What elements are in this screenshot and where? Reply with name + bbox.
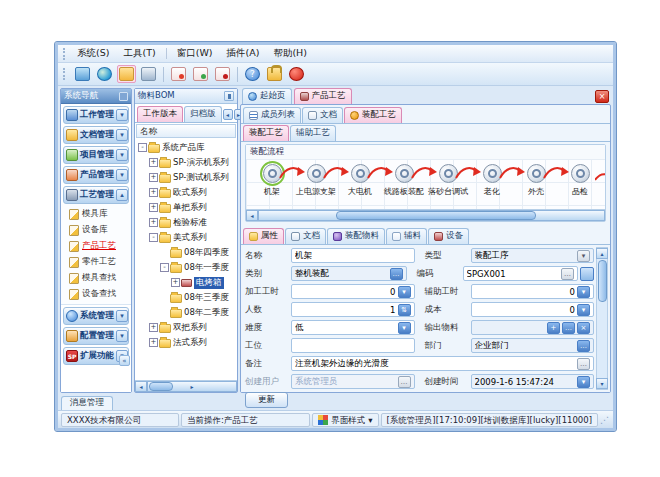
tree-node[interactable]: + 单把系列 xyxy=(135,200,237,215)
tree-expander-icon[interactable]: + xyxy=(149,218,158,227)
scrollbar-thumb[interactable] xyxy=(149,382,173,391)
station-field[interactable] xyxy=(291,338,415,353)
chevron-down-icon[interactable]: ▾ xyxy=(116,109,128,121)
exit-icon[interactable] xyxy=(289,67,304,81)
tree-expander-icon[interactable]: + xyxy=(149,323,158,332)
scroll-down-icon[interactable]: ▾ xyxy=(596,378,608,389)
message-panel-tab[interactable]: 消息管理 xyxy=(61,396,113,410)
dropdown-icon[interactable]: ▾ xyxy=(577,250,590,262)
lock-icon[interactable] xyxy=(267,67,282,81)
property-tab[interactable]: 装配物料 xyxy=(327,228,385,244)
tree-node[interactable]: + SP-演示机系列 xyxy=(135,155,237,170)
sidebar-group-active[interactable]: 工艺管理 ▴ xyxy=(63,186,129,204)
work-time-field[interactable]: 0▾ xyxy=(291,284,415,299)
tree-node[interactable]: 08年二季度 xyxy=(135,305,237,320)
sidebar-group[interactable]: 文档管理 ▾ xyxy=(63,126,129,144)
remark-button[interactable]: … xyxy=(577,358,590,370)
dropdown-icon[interactable]: ▾ xyxy=(398,322,411,334)
tree-node[interactable]: - 系统产品库 xyxy=(135,140,237,155)
tree-node[interactable]: 08年三季度 xyxy=(135,290,237,305)
sidebar-item[interactable]: 零件工艺 xyxy=(61,254,131,270)
menu-item[interactable]: 插件(A) xyxy=(219,46,266,61)
sidebar-item[interactable]: 设备查找 xyxy=(61,286,131,302)
doc-new-icon[interactable] xyxy=(171,67,186,81)
tree-expander-icon[interactable]: + xyxy=(149,173,158,182)
property-tab[interactable]: 属性 xyxy=(243,228,284,244)
cost-field[interactable]: 0▾ xyxy=(471,302,595,317)
update-button[interactable]: 更新 xyxy=(245,392,288,408)
menu-item[interactable]: 工具(T) xyxy=(116,46,162,61)
scroll-left-icon[interactable]: ◂ xyxy=(135,381,147,392)
aux-time-field[interactable]: 0▾ xyxy=(471,284,595,299)
sidebar-group[interactable]: 工作管理 ▾ xyxy=(63,106,129,124)
sidebar-item[interactable]: 产品工艺 xyxy=(61,238,131,254)
people-field[interactable]: 1⇅ xyxy=(291,302,415,317)
dropdown-icon[interactable]: ▾ xyxy=(577,286,590,298)
clear-icon[interactable]: × xyxy=(577,322,590,334)
chevron-down-icon[interactable]: ▾ xyxy=(116,310,128,322)
tree-column-header[interactable]: 名称 xyxy=(136,124,236,138)
report-icon[interactable] xyxy=(141,67,156,81)
browse-icon[interactable]: … xyxy=(390,268,403,280)
property-tab[interactable]: 辅料 xyxy=(386,228,427,244)
remark-field[interactable]: 注意机架外边缘的光滑度… xyxy=(291,356,594,371)
chevron-down-icon[interactable]: ▾ xyxy=(116,330,128,342)
tree-expander-icon[interactable]: + xyxy=(149,158,158,167)
tree-horizontal-scrollbar[interactable]: ◂ ▸ xyxy=(135,380,237,392)
scrollbar-thumb[interactable] xyxy=(598,260,607,302)
flow-horizontal-scrollbar[interactable]: ◂ ▸ xyxy=(246,209,605,221)
sidebar-group[interactable]: 产品管理 ▾ xyxy=(63,166,129,184)
sidebar-menu-icon[interactable] xyxy=(119,92,128,101)
scrollbar-thumb[interactable] xyxy=(336,211,536,220)
bom-tab[interactable]: 归档版 xyxy=(184,106,222,122)
dropdown-icon[interactable]: ▾ xyxy=(577,304,590,316)
spinner-icon[interactable]: ⇅ xyxy=(398,304,411,316)
ui-style-button[interactable]: 界面样式 ▾ xyxy=(312,413,378,427)
help-icon[interactable]: ? xyxy=(245,67,260,81)
tree-expander-icon[interactable]: - xyxy=(138,143,147,152)
sidebar-item[interactable]: 模具库 xyxy=(61,206,131,222)
tree-node[interactable]: 08年四季度 xyxy=(135,245,237,260)
form-vertical-scrollbar[interactable]: ▴ ▾ xyxy=(596,247,608,390)
document-tab[interactable]: 起始页 xyxy=(242,88,292,104)
close-tab-button[interactable]: × xyxy=(595,90,609,103)
process-subtab[interactable]: 装配工艺 xyxy=(243,125,289,141)
globe-icon[interactable] xyxy=(97,67,112,81)
menu-item[interactable]: 帮助(H) xyxy=(266,46,314,61)
tree-node[interactable]: + SP-测试机系列 xyxy=(135,170,237,185)
category-field[interactable]: 整机装配… xyxy=(291,266,407,281)
doc-delete-icon[interactable] xyxy=(215,67,230,81)
name-field[interactable]: 机架 xyxy=(291,248,415,263)
chevron-down-icon[interactable]: ▾ xyxy=(116,169,128,181)
resize-grip[interactable]: ⋰ xyxy=(600,413,610,427)
chevron-up-icon[interactable]: ▴ xyxy=(116,189,128,201)
sidebar-item[interactable]: 设备库 xyxy=(61,222,131,238)
browse-icon[interactable]: … xyxy=(562,322,575,334)
dropdown-icon[interactable]: ▾ xyxy=(398,286,411,298)
scroll-left-icon[interactable]: ◂ xyxy=(246,210,258,221)
sidebar-group[interactable]: 配置管理 ▾ xyxy=(63,327,129,345)
browse-icon[interactable]: … xyxy=(561,268,574,280)
doc-edit-icon[interactable] xyxy=(193,67,208,81)
type-field[interactable]: 装配工序▾ xyxy=(471,248,595,263)
process-subtab[interactable]: 辅助工艺 xyxy=(290,125,336,141)
chevron-down-icon[interactable]: ▾ xyxy=(116,129,128,141)
difficulty-field[interactable]: 低▾ xyxy=(291,320,415,335)
property-tab[interactable]: 设备 xyxy=(428,228,469,244)
tree-node[interactable]: + 双把系列 xyxy=(135,320,237,335)
code-field[interactable]: SPGX001… xyxy=(463,266,579,281)
department-field[interactable]: 企业部门… xyxy=(471,338,595,353)
collapse-sidebar-button[interactable]: « xyxy=(119,355,130,366)
output-material-field[interactable]: +…× xyxy=(471,320,595,335)
sidebar-item[interactable]: 模具查找 xyxy=(61,270,131,286)
tree-expander-icon[interactable]: + xyxy=(149,338,158,347)
tree-node[interactable]: + 法式系列 xyxy=(135,335,237,350)
system-monitor-icon[interactable] xyxy=(75,67,90,81)
sidebar-group[interactable]: 项目管理 ▾ xyxy=(63,146,129,164)
tree-node[interactable]: - 08年一季度 xyxy=(135,260,237,275)
bom-tab[interactable]: 工作版本 xyxy=(137,106,183,122)
code-extra-button[interactable] xyxy=(580,267,594,281)
workspace-tab[interactable]: 装配工艺 xyxy=(344,107,402,123)
tree-expander-icon[interactable]: - xyxy=(160,263,169,272)
add-icon[interactable]: + xyxy=(547,322,560,334)
